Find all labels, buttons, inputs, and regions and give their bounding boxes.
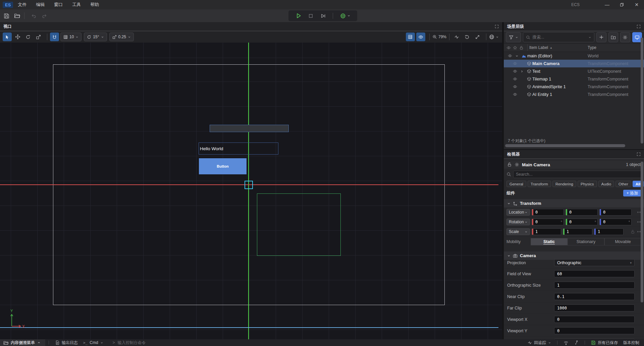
zoom-control[interactable]: 79% xyxy=(432,35,446,39)
tab-audio[interactable]: Audio xyxy=(598,181,614,187)
hierarchy-vertical-scrollbar[interactable] xyxy=(641,38,643,143)
row-label[interactable]: Main Camera xyxy=(532,61,559,66)
restore-button[interactable] xyxy=(614,0,629,9)
rotate-snap-dropdown[interactable]: 15° xyxy=(84,33,107,41)
hierarchy-row-main[interactable]: main (Editor) World xyxy=(504,52,644,60)
menu-file[interactable]: 文件 xyxy=(13,0,31,9)
location-y-input[interactable] xyxy=(567,210,597,215)
hierarchy-row-tilemap[interactable]: Tilemap 1 TransformComponent xyxy=(504,75,644,83)
scale-y-input[interactable] xyxy=(565,229,592,234)
select-tool-button[interactable] xyxy=(3,33,12,41)
move-tool-button[interactable] xyxy=(13,33,22,41)
location-z-field[interactable] xyxy=(599,209,632,216)
scene-button-element[interactable]: Button xyxy=(199,158,247,174)
run-mode-dropdown[interactable] xyxy=(340,13,351,19)
row-label[interactable]: Tilemap 1 xyxy=(532,76,551,81)
far-clip-field[interactable] xyxy=(554,304,635,311)
hierarchy-row-text[interactable]: Text UITextComponent xyxy=(504,67,644,75)
scale-x-field[interactable] xyxy=(532,228,561,235)
viewport-x-field[interactable] xyxy=(554,316,635,323)
grid-snap-dropdown[interactable]: 10 xyxy=(60,33,82,41)
hierarchy-search-input[interactable] xyxy=(532,35,586,40)
add-folder-button[interactable] xyxy=(608,32,618,42)
mobility-static[interactable]: Static xyxy=(531,238,568,245)
menu-window[interactable]: 窗口 xyxy=(49,0,67,9)
rotation-z-field[interactable]: ° xyxy=(599,219,632,225)
scene-canvas[interactable]: Hello World Button Y X xyxy=(0,43,502,339)
collapse-toggle-icon[interactable] xyxy=(513,54,521,58)
lock-open-icon[interactable] xyxy=(631,230,635,234)
row-label[interactable]: AI Entity 1 xyxy=(532,92,552,97)
scale-y-field[interactable] xyxy=(563,228,592,235)
rotation-x-field[interactable]: ° xyxy=(532,219,564,225)
tab-general[interactable]: General xyxy=(506,181,526,187)
visibility-eye-icon[interactable] xyxy=(512,92,518,97)
close-button[interactable]: ✕ xyxy=(629,0,644,9)
rotation-z-input[interactable] xyxy=(601,220,631,224)
hierarchy-horizontal-scrollbar[interactable] xyxy=(505,144,625,147)
redo-button[interactable] xyxy=(40,11,49,20)
viewport-x-input[interactable] xyxy=(554,317,634,322)
hierarchy-row-ai-entity[interactable]: AI Entity 1 TransformComponent xyxy=(504,91,644,98)
grid-toggle-button[interactable] xyxy=(406,33,415,41)
near-clip-input[interactable] xyxy=(554,294,634,299)
column-type[interactable]: Type xyxy=(588,45,596,50)
visibility-toggle-button[interactable] xyxy=(416,33,425,41)
origin-marker[interactable] xyxy=(245,181,253,189)
orthographic-size-input[interactable] xyxy=(554,283,634,288)
far-clip-input[interactable] xyxy=(554,306,634,310)
scale-z-input[interactable] xyxy=(596,229,623,234)
save-status[interactable]: 所有已保存 xyxy=(591,340,618,346)
near-clip-field[interactable] xyxy=(554,293,635,300)
hierarchy-row-main-camera[interactable]: Main Camera TransformComponent xyxy=(504,60,644,67)
tab-physics[interactable]: Physics xyxy=(578,181,597,187)
tab-transform[interactable]: Transform xyxy=(528,181,551,187)
scale-dropdown[interactable]: Scale xyxy=(506,228,530,235)
console-command-input[interactable]: > 输入控制台命令 xyxy=(113,340,146,346)
visibility-eye-icon[interactable] xyxy=(512,69,518,73)
reset-view-button[interactable] xyxy=(463,33,472,41)
content-drawer-button[interactable]: 内容侧滑菜单 xyxy=(0,339,45,346)
stop-button[interactable] xyxy=(308,13,313,18)
row-label[interactable]: AnimatedSprite 1 xyxy=(532,84,566,89)
audio-jack-icon-button[interactable] xyxy=(574,340,579,345)
minimize-button[interactable]: — xyxy=(600,0,614,9)
inspector-search-input[interactable] xyxy=(516,172,639,177)
mobility-stationary[interactable]: Stationary xyxy=(568,238,604,245)
location-x-field[interactable] xyxy=(532,209,564,216)
scale-tool-button[interactable] xyxy=(34,33,43,41)
inspector-expand-button[interactable] xyxy=(637,152,641,156)
rotation-x-input[interactable] xyxy=(533,220,564,224)
viewport-expand-button[interactable] xyxy=(495,24,499,28)
field-of-view-input[interactable] xyxy=(554,272,634,276)
tab-other[interactable]: Other xyxy=(615,181,631,187)
scale-snap-dropdown[interactable]: 0.25 xyxy=(109,33,134,41)
rotation-y-field[interactable]: ° xyxy=(566,219,598,225)
visibility-eye-icon[interactable] xyxy=(512,77,518,81)
location-z-input[interactable] xyxy=(601,210,631,215)
inspector-vertical-scrollbar[interactable] xyxy=(641,162,643,302)
menu-help[interactable]: 帮助 xyxy=(86,0,104,9)
orthographic-size-field[interactable] xyxy=(554,282,635,289)
location-x-input[interactable] xyxy=(533,210,564,215)
rotate-tool-button[interactable] xyxy=(23,33,33,41)
location-dropdown[interactable]: Location xyxy=(506,209,530,216)
menu-edit[interactable]: 编辑 xyxy=(31,0,49,9)
transform-section-header[interactable]: Transform xyxy=(504,199,644,208)
rotation-y-input[interactable] xyxy=(567,220,597,224)
output-log-button[interactable]: 输出日志 xyxy=(55,340,78,346)
visibility-eye-icon[interactable] xyxy=(512,84,518,89)
add-entity-button[interactable] xyxy=(596,32,606,42)
hierarchy-expand-button[interactable] xyxy=(637,24,641,28)
viewport-y-input[interactable] xyxy=(554,329,634,333)
hierarchy-table-header[interactable]: Item Label ▲ Type xyxy=(504,43,644,52)
app-logo[interactable]: ES xyxy=(3,2,13,8)
view-mode-dropdown[interactable] xyxy=(489,34,499,40)
trace-dropdown[interactable]: 回追踪 xyxy=(528,340,551,346)
scale-z-field[interactable] xyxy=(594,228,624,235)
column-item-label[interactable]: Item Label xyxy=(529,45,548,50)
rotation-dropdown[interactable]: Rotation xyxy=(506,219,530,225)
step-button[interactable] xyxy=(320,13,326,19)
selected-ui-bar[interactable] xyxy=(210,125,289,132)
fullscreen-button[interactable] xyxy=(473,33,482,41)
